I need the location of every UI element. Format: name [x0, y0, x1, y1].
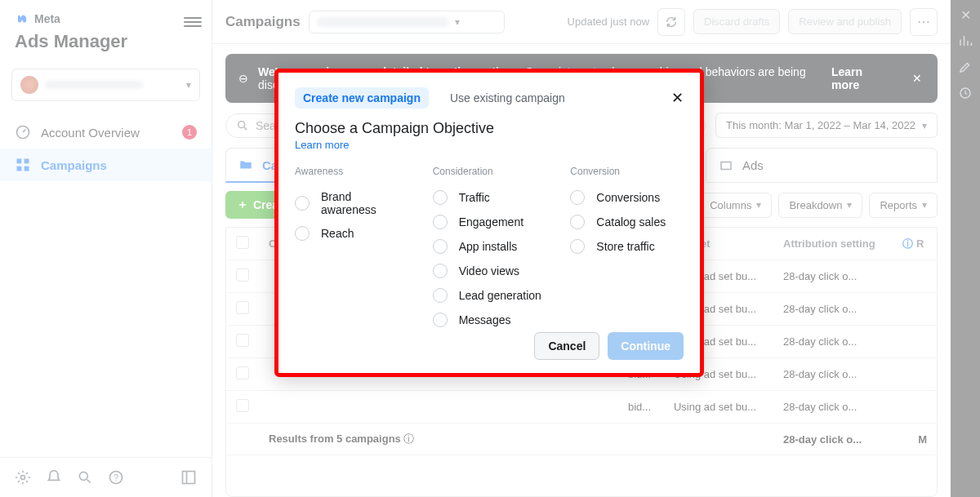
radio-icon: [570, 239, 585, 254]
objective-option[interactable]: Messages: [433, 308, 546, 332]
create-campaign-modal: Create new campaign Use existing campaig…: [278, 73, 700, 373]
radio-icon: [433, 190, 448, 205]
col-head: Awareness: [295, 166, 408, 177]
modal-close-icon[interactable]: ✕: [671, 89, 684, 107]
objective-option[interactable]: Conversions: [570, 185, 684, 210]
objective-option[interactable]: Reach: [295, 221, 408, 246]
radio-icon: [433, 239, 448, 254]
objective-label: Conversions: [596, 191, 660, 204]
radio-icon: [433, 313, 448, 327]
modal-tab-new[interactable]: Create new campaign: [295, 87, 429, 109]
radio-icon: [295, 196, 310, 211]
objective-label: Video views: [459, 264, 519, 277]
continue-button[interactable]: Continue: [608, 332, 684, 360]
objective-option[interactable]: Traffic: [433, 185, 546, 210]
cancel-button[interactable]: Cancel: [534, 332, 599, 360]
objective-col-conversion: Conversion ConversionsCatalog salesStore…: [570, 166, 684, 332]
radio-icon: [570, 215, 585, 229]
radio-icon: [433, 264, 448, 278]
modal-learn-more[interactable]: Learn more: [295, 139, 684, 151]
radio-icon: [433, 288, 448, 303]
highlight-frame: Create new campaign Use existing campaig…: [274, 69, 704, 377]
objective-option[interactable]: Catalog sales: [570, 210, 684, 234]
radio-icon: [295, 226, 310, 241]
objective-label: Reach: [321, 227, 354, 240]
objective-label: Engagement: [459, 215, 523, 229]
objective-label: Traffic: [459, 191, 490, 204]
modal-title: Choose a Campaign Objective: [295, 120, 684, 137]
objective-col-awareness: Awareness Brand awarenessReach: [295, 166, 408, 332]
radio-icon: [433, 215, 448, 229]
objective-label: Store traffic: [596, 240, 654, 253]
objective-col-consideration: Consideration TrafficEngagementApp insta…: [433, 166, 546, 332]
objective-label: Messages: [459, 313, 511, 326]
col-head: Consideration: [433, 166, 546, 177]
objective-option[interactable]: Video views: [433, 259, 546, 283]
objective-option[interactable]: Store traffic: [570, 234, 684, 259]
objective-label: App installs: [459, 240, 518, 253]
col-head: Conversion: [570, 166, 684, 177]
objective-option[interactable]: App installs: [433, 234, 546, 259]
objective-option[interactable]: Engagement: [433, 210, 546, 234]
objective-option[interactable]: Brand awareness: [295, 185, 408, 221]
modal-tab-existing[interactable]: Use existing campaign: [442, 87, 573, 109]
radio-icon: [570, 190, 585, 205]
objective-label: Lead generation: [459, 289, 541, 302]
objective-label: Catalog sales: [596, 215, 666, 229]
objective-label: Brand awareness: [321, 190, 408, 216]
objective-option[interactable]: Lead generation: [433, 283, 546, 308]
